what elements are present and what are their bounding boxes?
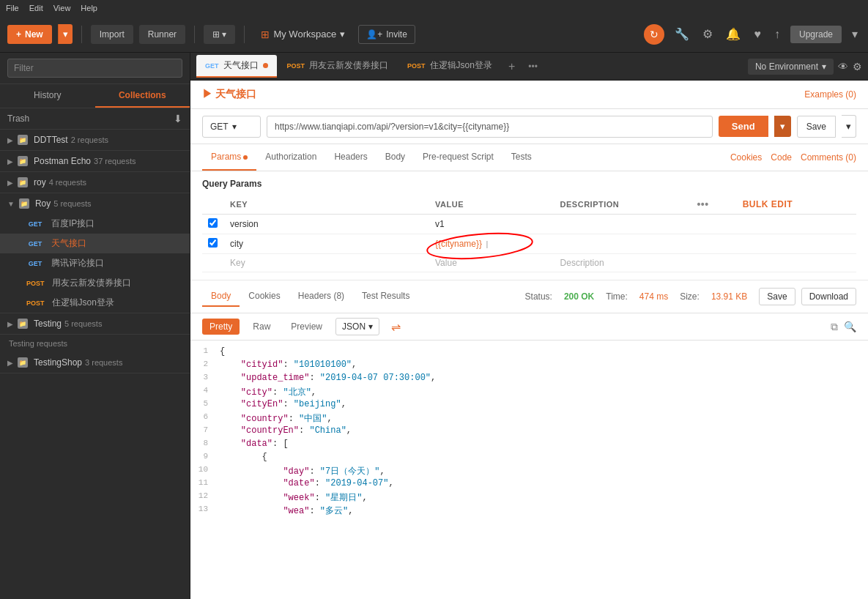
- line-number: 4: [190, 386, 217, 399]
- sidebar-item-youyou[interactable]: POST 用友云新发债券接口: [0, 273, 190, 293]
- req-tab-zhujson[interactable]: POST 住逻辑Json登录: [398, 55, 501, 78]
- req-tab-youyou[interactable]: POST 用友云新发债券接口: [278, 55, 398, 78]
- collection-header-ddttest[interactable]: ▶ 📁 DDTTest 2 requests: [0, 130, 190, 150]
- headers-tab[interactable]: Headers (8): [289, 286, 353, 307]
- import-button[interactable]: Import: [91, 25, 133, 44]
- comments-link[interactable]: Comments (0): [801, 152, 856, 163]
- gear-icon[interactable]: ⚙: [700, 24, 716, 44]
- runner-button[interactable]: Runner: [139, 25, 185, 44]
- more-tabs-button[interactable]: •••: [522, 59, 544, 75]
- code-line-2: 2 "cityid": "101010100",: [190, 360, 868, 373]
- raw-view-button[interactable]: Raw: [245, 319, 278, 335]
- search-icon[interactable]: 🔍: [844, 321, 856, 333]
- invite-icon: 👤+: [366, 29, 382, 40]
- menu-file[interactable]: File: [6, 4, 19, 12]
- desc-placeholder: Description: [554, 254, 691, 272]
- collection-name: roy: [34, 177, 46, 187]
- settings-icon[interactable]: ⚙: [853, 61, 862, 72]
- headers-tab[interactable]: Headers: [325, 144, 376, 171]
- sidebar-item-zhujson[interactable]: POST 住逻辑Json登录: [0, 293, 190, 313]
- sidebar-item-tencent[interactable]: GET 腾讯评论接口: [0, 253, 190, 273]
- time-value: 474 ms: [639, 291, 668, 302]
- save-button[interactable]: Save: [797, 116, 836, 138]
- wrench-icon[interactable]: 🔧: [672, 24, 692, 44]
- request-header: ▶ 天气接口 Examples (0): [190, 81, 868, 109]
- version-checkbox[interactable]: [208, 218, 218, 228]
- method-selector[interactable]: GET ▾: [202, 116, 261, 138]
- save-caret-button[interactable]: ▾: [842, 115, 856, 138]
- up-icon[interactable]: ↑: [771, 25, 783, 44]
- examples-link[interactable]: Examples (0): [804, 89, 856, 100]
- new-button[interactable]: + New: [7, 25, 52, 44]
- collections-tab[interactable]: Collections: [95, 84, 190, 108]
- import-icon[interactable]: ⬇: [174, 113, 182, 124]
- send-button[interactable]: Send: [719, 116, 768, 137]
- new-caret-button[interactable]: ▾: [58, 24, 73, 44]
- sidebar-item-baidu[interactable]: GET 百度IP接口: [0, 214, 190, 234]
- code-line-11: 11 "date": "2019-04-07",: [190, 478, 868, 491]
- sync-button[interactable]: ↻: [644, 24, 664, 45]
- body-tab[interactable]: Body: [202, 286, 240, 307]
- req-tab-tianqi[interactable]: GET 天气接口: [196, 55, 277, 78]
- collection-header-postmanecho[interactable]: ▶ 📁 Postman Echo 37 requests: [0, 151, 190, 171]
- sidebar-item-tianqi[interactable]: GET 天气接口: [0, 234, 190, 253]
- response-meta: Status: 200 OK Time: 474 ms Size: 13.91 …: [525, 291, 748, 302]
- bulk-edit-button[interactable]: Bulk Edit: [743, 199, 793, 209]
- copy-icon[interactable]: ⧉: [831, 321, 838, 333]
- tests-tab[interactable]: Tests: [502, 144, 541, 171]
- code-line-3: 3 "update_time": "2019-04-07 07:30:00",: [190, 373, 868, 386]
- line-content: "update_time": "2019-04-07 07:30:00",: [217, 373, 436, 386]
- eye-icon[interactable]: 👁: [838, 61, 848, 72]
- filter-input[interactable]: [7, 59, 182, 78]
- params-tab[interactable]: Params: [202, 144, 256, 171]
- more-button[interactable]: •••: [697, 198, 708, 210]
- collection-header-roy-lower[interactable]: ▶ 📁 roy 4 requests: [0, 172, 190, 193]
- cookies-link[interactable]: Cookies: [730, 152, 762, 163]
- download-button[interactable]: Download: [801, 288, 856, 305]
- more-col-header: •••: [691, 195, 736, 215]
- line-content: "city": "北京",: [217, 386, 316, 399]
- collection-folder-icon: 📁: [18, 156, 28, 166]
- test-results-tab[interactable]: Test Results: [353, 286, 418, 307]
- authorization-tab[interactable]: Authorization: [256, 144, 325, 171]
- collection-name: Roy: [35, 198, 51, 209]
- environment-selector[interactable]: No Environment ▾: [748, 59, 834, 75]
- format-selector[interactable]: JSON ▾: [335, 318, 379, 335]
- workspace-button[interactable]: ⊞ My Workspace ▾: [253, 24, 352, 45]
- cookies-tab[interactable]: Cookies: [240, 286, 289, 307]
- send-caret-button[interactable]: ▾: [774, 116, 791, 137]
- menu-view[interactable]: View: [53, 4, 71, 12]
- bell-icon[interactable]: 🔔: [723, 24, 743, 44]
- layout-button[interactable]: ⊞ ▾: [204, 25, 235, 44]
- toolbar-right: ↻ 🔧 ⚙ 🔔 ♥ ↑ Upgrade ▾: [644, 24, 861, 45]
- heart-icon[interactable]: ♥: [751, 25, 764, 44]
- sidebar: History Collections Trash ⬇ ▶ 📁 DDTTest …: [0, 53, 190, 599]
- size-label: Size:: [680, 291, 700, 302]
- pretty-view-button[interactable]: Pretty: [202, 319, 240, 335]
- save-response-button[interactable]: Save: [759, 288, 795, 305]
- body-tab[interactable]: Body: [376, 144, 414, 171]
- code-link[interactable]: Code: [771, 152, 792, 163]
- history-tab[interactable]: History: [0, 84, 95, 108]
- chevron-down-icon[interactable]: ▾: [849, 24, 861, 44]
- version-value: v1: [429, 215, 554, 234]
- request-title[interactable]: ▶ 天气接口: [202, 88, 256, 101]
- wrap-icon[interactable]: ⇌: [391, 320, 401, 334]
- line-number: 8: [190, 439, 217, 452]
- add-tab-button[interactable]: +: [502, 57, 521, 76]
- collection-header-testing[interactable]: ▶ 📁 Testing 5 requests: [0, 313, 190, 334]
- prerequest-tab[interactable]: Pre-request Script: [414, 144, 502, 171]
- toolbar-separator2: [194, 26, 195, 43]
- upgrade-button[interactable]: Upgrade: [790, 26, 842, 43]
- trash-item[interactable]: Trash ⬇: [0, 108, 190, 130]
- sidebar-collection-list: ▶ 📁 DDTTest 2 requests ▶ 📁 Postman Echo …: [0, 130, 190, 599]
- city-checkbox[interactable]: [208, 238, 218, 248]
- request-nav-right: Cookies Code Comments (0): [730, 152, 856, 163]
- menu-help[interactable]: Help: [81, 4, 97, 12]
- menu-edit[interactable]: Edit: [29, 4, 43, 12]
- collection-header-testingshop[interactable]: ▶ 📁 TestingShop 3 requests: [0, 352, 190, 373]
- collection-header-roy[interactable]: ▼ 📁 Roy 5 requests: [0, 193, 190, 214]
- invite-button[interactable]: 👤+ Invite: [358, 25, 415, 44]
- url-input[interactable]: [267, 116, 713, 138]
- preview-view-button[interactable]: Preview: [283, 319, 330, 335]
